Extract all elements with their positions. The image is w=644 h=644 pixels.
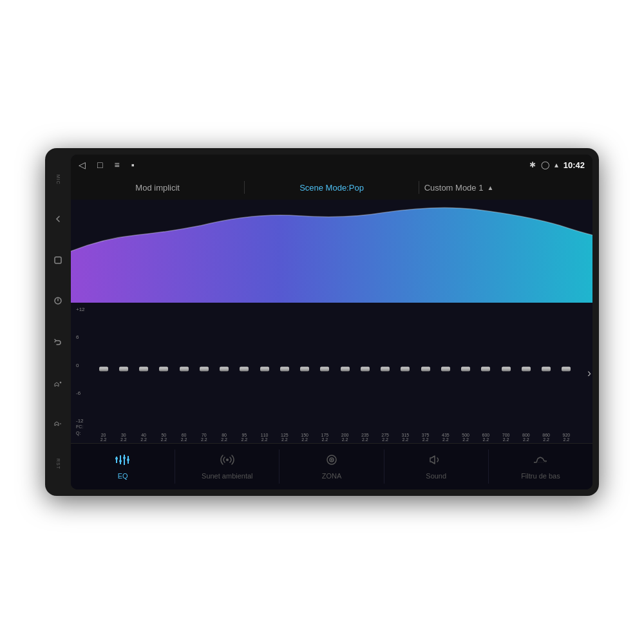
nav-cast-icon[interactable]: ▪ bbox=[131, 160, 135, 170]
slider-col-30: 302.2 bbox=[114, 305, 133, 442]
slider-q-95: 2.2 bbox=[242, 437, 248, 442]
slider-q-80: 2.2 bbox=[221, 437, 227, 442]
slider-q-110: 2.2 bbox=[261, 437, 268, 442]
svg-point-7 bbox=[123, 457, 126, 459]
slider-thumb-700[interactable] bbox=[502, 366, 511, 371]
mode-implicit[interactable]: Mod implicit bbox=[71, 183, 244, 193]
nav-tab-eq-label: EQ bbox=[118, 472, 128, 480]
slider-thumb-375[interactable] bbox=[421, 366, 430, 371]
slider-thumb-500[interactable] bbox=[461, 366, 470, 371]
status-time: 10:42 bbox=[564, 160, 585, 170]
slider-freq-500: 500 bbox=[462, 433, 469, 437]
nav-tab-zone[interactable]: ZONA bbox=[279, 450, 384, 484]
slider-thumb-315[interactable] bbox=[401, 366, 410, 371]
nav-menu-icon[interactable]: ≡ bbox=[114, 160, 119, 170]
slider-freq-70: 70 bbox=[202, 433, 207, 437]
home-button[interactable] bbox=[51, 253, 65, 267]
slider-thumb-110[interactable] bbox=[260, 366, 269, 371]
slider-freq-275: 275 bbox=[381, 433, 389, 437]
slider-freq-435: 435 bbox=[442, 433, 450, 437]
bass-icon bbox=[533, 453, 548, 469]
nav-tab-bass[interactable]: Filtru de bas bbox=[489, 450, 592, 484]
slider-freq-80: 80 bbox=[222, 433, 227, 437]
q-label: Q: bbox=[76, 431, 80, 435]
mode-bar: Mod implicit Scene Mode:Pop Custom Mode … bbox=[71, 175, 592, 200]
vol-up-button[interactable] bbox=[51, 376, 65, 390]
slider-freq-700: 700 bbox=[502, 433, 510, 437]
nav-tab-eq[interactable]: EQ bbox=[71, 450, 175, 484]
fc-label: FC: bbox=[76, 424, 83, 429]
slider-col-70: 702.2 bbox=[194, 305, 213, 442]
slider-freq-860: 860 bbox=[542, 433, 550, 437]
slider-thumb-600[interactable] bbox=[481, 366, 490, 371]
svg-point-5 bbox=[119, 460, 122, 462]
slider-thumb-920[interactable] bbox=[562, 366, 571, 371]
slider-freq-200: 200 bbox=[341, 433, 349, 437]
slider-thumb-175[interactable] bbox=[320, 366, 329, 371]
bluetooth-icon: ✱ bbox=[529, 160, 536, 169]
location-icon: ◯ bbox=[541, 160, 549, 169]
slider-thumb-30[interactable] bbox=[119, 366, 128, 371]
slider-col-20: 202.2 bbox=[94, 305, 113, 442]
nav-back-icon[interactable]: ◁ bbox=[79, 160, 86, 170]
svg-line-15 bbox=[536, 459, 538, 462]
nav-tab-sound-label: Sound bbox=[426, 472, 446, 480]
nav-tab-bass-label: Filtru de bas bbox=[521, 472, 560, 480]
slider-col-500: 5002.2 bbox=[457, 305, 475, 442]
undo-button[interactable] bbox=[51, 335, 65, 349]
slider-col-375: 3752.2 bbox=[416, 305, 435, 442]
svg-point-13 bbox=[331, 459, 333, 461]
slider-thumb-275[interactable] bbox=[381, 366, 390, 371]
svg-point-10 bbox=[226, 459, 229, 461]
slider-col-150: 1502.2 bbox=[296, 305, 314, 442]
slider-thumb-80[interactable] bbox=[220, 366, 229, 371]
slider-freq-175: 175 bbox=[321, 433, 329, 437]
back-button[interactable] bbox=[51, 212, 65, 226]
status-nav: ◁ □ ≡ ▪ bbox=[79, 160, 135, 170]
eq-next-arrow[interactable]: › bbox=[587, 366, 591, 380]
sound-icon bbox=[428, 453, 444, 469]
slider-thumb-800[interactable] bbox=[522, 366, 531, 371]
nav-tab-ambient[interactable]: Sunet ambiental bbox=[175, 450, 279, 484]
slider-freq-235: 235 bbox=[361, 433, 369, 437]
slider-col-125: 1252.2 bbox=[275, 305, 294, 442]
power-button[interactable] bbox=[51, 294, 65, 308]
slider-thumb-40[interactable] bbox=[139, 366, 148, 371]
slider-col-860: 8602.2 bbox=[537, 305, 556, 442]
slider-col-600: 6002.2 bbox=[477, 305, 495, 442]
vol-down-button[interactable] bbox=[51, 417, 65, 431]
slider-q-235: 2.2 bbox=[362, 437, 368, 442]
nav-home-icon[interactable]: □ bbox=[97, 160, 102, 170]
slider-thumb-235[interactable] bbox=[361, 366, 370, 371]
slider-thumb-20[interactable] bbox=[99, 366, 108, 371]
slider-thumb-50[interactable] bbox=[159, 366, 168, 371]
slider-q-315: 2.2 bbox=[402, 437, 409, 442]
mode-scene[interactable]: Scene Mode:Pop bbox=[245, 183, 418, 193]
slider-q-700: 2.2 bbox=[503, 437, 509, 442]
slider-q-200: 2.2 bbox=[342, 437, 348, 442]
side-controls: MIC bbox=[45, 155, 71, 489]
slider-freq-800: 800 bbox=[522, 433, 530, 437]
slider-q-800: 2.2 bbox=[523, 437, 529, 442]
svg-point-3 bbox=[115, 457, 118, 460]
slider-freq-95: 95 bbox=[242, 433, 247, 437]
mode-custom[interactable]: Custom Mode 1 ▲ bbox=[419, 183, 592, 193]
slider-col-110: 1102.2 bbox=[255, 305, 274, 442]
mic-label: MIC bbox=[56, 175, 61, 185]
slider-freq-60: 60 bbox=[182, 433, 187, 437]
slider-thumb-200[interactable] bbox=[341, 366, 350, 371]
slider-col-60: 602.2 bbox=[175, 305, 193, 442]
slider-thumb-125[interactable] bbox=[280, 366, 289, 371]
slider-thumb-95[interactable] bbox=[240, 366, 249, 371]
nav-tab-ambient-label: Sunet ambiental bbox=[202, 472, 253, 480]
slider-freq-110: 110 bbox=[261, 433, 269, 437]
slider-thumb-60[interactable] bbox=[180, 366, 189, 371]
slider-thumb-150[interactable] bbox=[300, 366, 309, 371]
slider-q-40: 2.2 bbox=[140, 437, 147, 442]
slider-thumb-70[interactable] bbox=[200, 366, 209, 371]
slider-thumb-435[interactable] bbox=[441, 366, 450, 371]
slider-thumb-860[interactable] bbox=[542, 366, 551, 371]
nav-tab-sound[interactable]: Sound bbox=[384, 450, 489, 484]
slider-col-175: 1752.2 bbox=[316, 305, 334, 442]
slider-col-700: 7002.2 bbox=[497, 305, 515, 442]
